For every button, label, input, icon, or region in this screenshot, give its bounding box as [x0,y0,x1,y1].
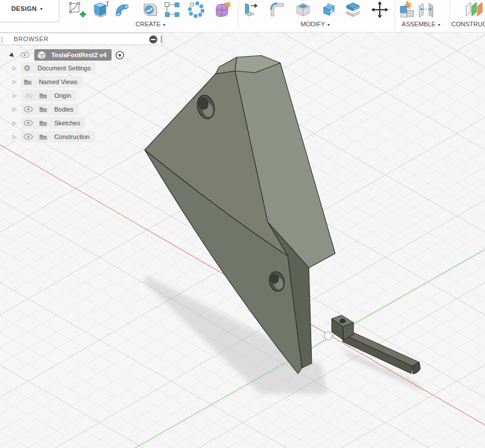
browser-row-root-component[interactable]: ▶ TeslaFootRest2 v4 [0,49,125,61]
chevron-down-icon: ▾ [40,6,42,11]
chevron-down-icon: ▾ [438,22,440,27]
sweep-icon[interactable] [114,1,132,19]
fillet-icon[interactable] [268,1,287,19]
browser-row-bodies[interactable]: ▷ Bodies [0,104,79,115]
panel-scrollbar[interactable] [161,35,162,43]
toolbar-separator [395,1,395,29]
joint-icon[interactable] [417,1,435,19]
move-copy-icon[interactable] [371,1,389,19]
toolbar-separator [450,1,450,29]
rectangular-pattern-icon[interactable] [163,1,181,19]
expand-triangle-icon[interactable]: ▷ [13,93,17,98]
revolve-icon[interactable] [141,1,159,19]
item-body[interactable]: Origin [21,90,76,101]
visibility-eye-off-icon[interactable] [23,92,33,99]
root-component-label: TeslaFootRest2 v4 [51,51,106,58]
activate-component-radio[interactable] [115,50,125,60]
workspace-label: DESIGN [11,5,37,12]
shell-icon[interactable] [294,1,312,19]
fusion360-window: { "toolbar": { "design_menu": {"label": … [0,0,485,448]
folder-icon [39,92,47,99]
item-body[interactable]: Named Views [21,76,83,88]
extrude-icon[interactable] [92,1,110,19]
split-body-icon[interactable] [344,1,362,19]
browser-panel: BROWSER ▶ TeslaFootRest2 v4 ▷ ⚙ Document [0,33,167,45]
browser-row-document-settings[interactable]: ▷ ⚙ Document Settings [0,62,96,74]
expand-triangle-icon[interactable]: ▷ [13,79,17,85]
item-label: Construction [54,133,90,140]
chevron-down-icon: ▾ [327,22,329,27]
create-sketch-icon[interactable] [67,1,86,19]
gear-icon: ⚙ [23,64,31,72]
root-component-item[interactable]: TeslaFootRest2 v4 [34,49,112,61]
expand-triangle-icon[interactable]: ▷ [13,134,17,140]
panel-grip-icon[interactable] [1,36,3,43]
item-label: Named Views [39,78,78,85]
visibility-eye-icon[interactable] [23,106,33,113]
visibility-eye-icon[interactable] [23,133,33,140]
combine-icon[interactable] [320,1,338,19]
create-form-icon[interactable] [213,1,231,19]
browser-row-origin[interactable]: ▷ Origin [0,90,76,101]
collapse-panel-button[interactable] [149,35,157,43]
modify-group-label: MODIFY [301,21,325,27]
circular-pattern-icon[interactable] [187,1,205,19]
browser-title: BROWSER [14,35,49,42]
item-body[interactable]: Construction [21,131,95,142]
visibility-eye-icon[interactable] [23,120,33,126]
expand-triangle-icon[interactable]: ▶ [9,51,16,58]
item-label: Origin [54,92,71,99]
folder-icon [23,78,32,85]
component-cube-icon [37,50,47,61]
expand-triangle-icon[interactable]: ▷ [13,120,17,126]
assemble-group-label: ASSEMBLE [401,21,435,27]
construct-group-menu[interactable]: CONSTRUCT▾ [451,21,485,29]
construct-group-label: CONSTRUCT [451,21,485,27]
assemble-group-menu[interactable]: ASSEMBLE▾ [398,21,444,29]
origin-point[interactable] [324,332,332,340]
toolbar: DESIGN ▾ [0,0,485,33]
toolbar-separator [238,1,238,29]
item-body[interactable]: Sketches [21,117,85,129]
workspace-switcher[interactable]: DESIGN ▾ [0,0,59,22]
create-group-menu[interactable]: CREATE▾ [128,21,173,29]
chevron-down-icon: ▾ [163,22,165,27]
modify-group-menu[interactable]: MODIFY▾ [292,21,338,29]
item-body[interactable]: ⚙ Document Settings [21,62,96,74]
item-label: Bodies [54,106,74,113]
expand-triangle-icon[interactable]: ▷ [13,106,17,112]
clip-block-hole[interactable] [340,319,345,323]
create-group-label: CREATE [136,21,161,27]
hole-light-spot [341,348,348,355]
expand-triangle-icon[interactable]: ▷ [13,65,17,71]
browser-header[interactable]: BROWSER [0,33,163,45]
folder-icon [39,120,47,126]
folder-icon [39,133,47,140]
item-label: Document Settings [37,65,90,72]
construction-plane-icon[interactable] [465,1,483,19]
item-label: Sketches [54,120,80,126]
press-pull-icon[interactable] [241,1,260,19]
browser-row-named-views[interactable]: ▷ Named Views [0,76,83,88]
folder-icon [39,106,47,113]
bracket-bevel-face[interactable] [216,57,237,74]
browser-row-construction[interactable]: ▷ Construction [0,131,95,142]
new-component-icon[interactable] [398,1,416,19]
item-body[interactable]: Bodies [21,104,79,115]
browser-row-sketches[interactable]: ▷ Sketches [0,117,85,129]
visibility-eye-icon[interactable] [20,51,30,58]
